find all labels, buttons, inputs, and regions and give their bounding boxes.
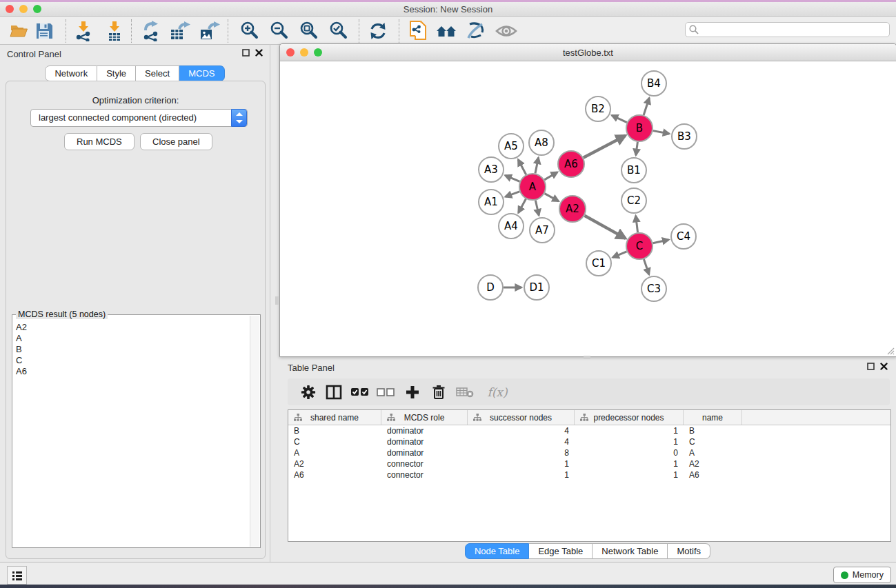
cell-predecessor-nodes[interactable]: 1 — [575, 425, 684, 436]
cell-name[interactable]: A2 — [684, 458, 742, 469]
edge-B-B3[interactable] — [653, 131, 670, 134]
result-item[interactable]: C — [14, 355, 249, 366]
table-row[interactable]: Cdominator41C — [288, 436, 890, 447]
cell-predecessor-nodes[interactable]: 0 — [575, 447, 684, 458]
cell-mcds-role[interactable]: dominator — [381, 447, 468, 458]
import-table-icon[interactable] — [103, 20, 126, 42]
result-scrollbar[interactable] — [250, 316, 259, 547]
tab-select[interactable]: Select — [136, 65, 179, 81]
cell-name[interactable]: B — [684, 425, 742, 436]
search-input[interactable] — [685, 22, 890, 37]
refresh-icon[interactable] — [367, 20, 389, 42]
deselect-all-icon[interactable] — [375, 382, 396, 403]
cell-mcds-role[interactable]: connector — [381, 458, 468, 469]
zoom-selected-icon[interactable] — [328, 20, 350, 42]
cell-mcds-role[interactable]: dominator — [381, 436, 468, 447]
edge-A-A2[interactable] — [545, 194, 559, 201]
graphics-details-icon[interactable] — [465, 20, 487, 42]
edge-C-C1[interactable] — [613, 252, 626, 258]
edge-A-A1[interactable] — [506, 192, 520, 197]
edge-A-A7[interactable] — [535, 201, 539, 216]
table-row[interactable]: Adominator80A — [288, 447, 890, 458]
splitter-handle[interactable] — [275, 296, 279, 305]
edge-A-A3[interactable] — [505, 175, 519, 181]
resize-grip-icon[interactable] — [886, 347, 895, 355]
edge-B-B4[interactable] — [644, 98, 649, 115]
edge-C-C3[interactable] — [644, 259, 649, 274]
cell-name[interactable]: C — [684, 436, 742, 447]
optimization-criterion-select[interactable]: largest connected component (directed) — [30, 109, 248, 127]
edge-A2-C[interactable] — [584, 216, 625, 239]
column-header-mcds-role[interactable]: MCDS role — [381, 410, 468, 425]
edge-A-A8[interactable] — [535, 158, 539, 174]
function-builder-icon[interactable]: f(x) — [482, 382, 512, 403]
cell-shared-name[interactable]: A2 — [288, 458, 381, 469]
network-window-titlebar[interactable]: testGlobe.txt — [280, 44, 896, 61]
delete-icon[interactable] — [428, 382, 449, 403]
run-mcds-button[interactable]: Run MCDS — [64, 133, 135, 150]
result-item[interactable]: A6 — [14, 366, 249, 377]
close-panel-icon[interactable] — [255, 49, 263, 57]
cell-successor-nodes[interactable]: 1 — [468, 458, 575, 469]
close-panel-button[interactable]: Close panel — [140, 133, 212, 150]
edge-B-B2[interactable] — [612, 115, 627, 122]
result-item[interactable]: A2 — [14, 322, 249, 333]
add-icon[interactable] — [402, 382, 423, 403]
tab-mcds[interactable]: MCDS — [179, 65, 224, 81]
export-image-icon[interactable] — [199, 20, 221, 42]
column-header-name[interactable]: name — [684, 410, 742, 425]
edge-C-C2[interactable] — [636, 216, 638, 232]
table-row[interactable]: A6connector11A6 — [288, 469, 890, 480]
edge-A-A5[interactable] — [518, 159, 526, 174]
table-row[interactable]: Bdominator41B — [288, 425, 890, 436]
cell-successor-nodes[interactable]: 4 — [468, 436, 575, 447]
tab-network-table[interactable]: Network Table — [593, 543, 668, 559]
cell-successor-nodes[interactable]: 1 — [468, 469, 575, 480]
export-network-icon[interactable] — [140, 20, 162, 42]
export-table-icon[interactable] — [169, 20, 191, 42]
cell-shared-name[interactable]: A6 — [288, 469, 381, 480]
open-file-icon[interactable] — [8, 20, 30, 42]
tab-node-table[interactable]: Node Table — [465, 543, 530, 559]
tab-network[interactable]: Network — [45, 65, 97, 81]
zoom-in-icon[interactable] — [239, 20, 261, 42]
float-panel-icon[interactable] — [242, 49, 250, 57]
import-network-icon[interactable] — [72, 20, 94, 42]
result-item[interactable]: B — [14, 344, 249, 355]
cell-predecessor-nodes[interactable]: 1 — [575, 458, 684, 469]
cell-shared-name[interactable]: A — [288, 447, 381, 458]
column-header-predecessor-nodes[interactable]: predecessor nodes — [575, 410, 684, 425]
cell-mcds-role[interactable]: connector — [381, 469, 468, 480]
close-panel-icon[interactable] — [880, 363, 888, 370]
show-columns-icon[interactable] — [323, 382, 344, 403]
cell-mcds-role[interactable]: dominator — [381, 425, 468, 436]
delete-table-icon[interactable] — [455, 382, 475, 403]
memory-button[interactable]: Memory — [833, 567, 891, 583]
edge-B-B1[interactable] — [636, 142, 638, 155]
zoom-fit-icon[interactable] — [298, 20, 320, 42]
cell-predecessor-nodes[interactable]: 1 — [575, 436, 684, 447]
column-header-shared-name[interactable]: shared name — [288, 410, 381, 425]
cell-predecessor-nodes[interactable]: 1 — [575, 469, 684, 480]
edge-A6-B[interactable] — [584, 136, 626, 158]
cell-shared-name[interactable]: C — [288, 436, 381, 447]
float-panel-icon[interactable] — [867, 363, 875, 370]
save-session-icon[interactable] — [33, 20, 55, 42]
cell-name[interactable]: A6 — [684, 469, 742, 480]
network-canvas[interactable]: A5A8A3AA6A1A4A7A2B2BB4B3B1C2CC4C1C3DD1 — [280, 61, 895, 356]
edge-A-A4[interactable] — [519, 199, 526, 213]
tab-edge-table[interactable]: Edge Table — [529, 543, 593, 559]
task-history-button[interactable] — [7, 566, 27, 585]
select-all-icon[interactable] — [350, 382, 370, 403]
column-header-successor-nodes[interactable]: successor nodes — [468, 410, 575, 425]
zoom-out-icon[interactable] — [268, 20, 290, 42]
tab-motifs[interactable]: Motifs — [668, 543, 710, 559]
cell-successor-nodes[interactable]: 4 — [468, 425, 575, 436]
cell-name[interactable]: A — [684, 447, 742, 458]
eye-icon[interactable] — [495, 20, 517, 42]
edge-C-C4[interactable] — [653, 240, 669, 243]
edge-A-A6[interactable] — [544, 172, 557, 180]
table-row[interactable]: A2connector11A2 — [288, 458, 890, 469]
result-item[interactable]: A — [14, 333, 249, 344]
cell-shared-name[interactable]: B — [288, 425, 381, 436]
